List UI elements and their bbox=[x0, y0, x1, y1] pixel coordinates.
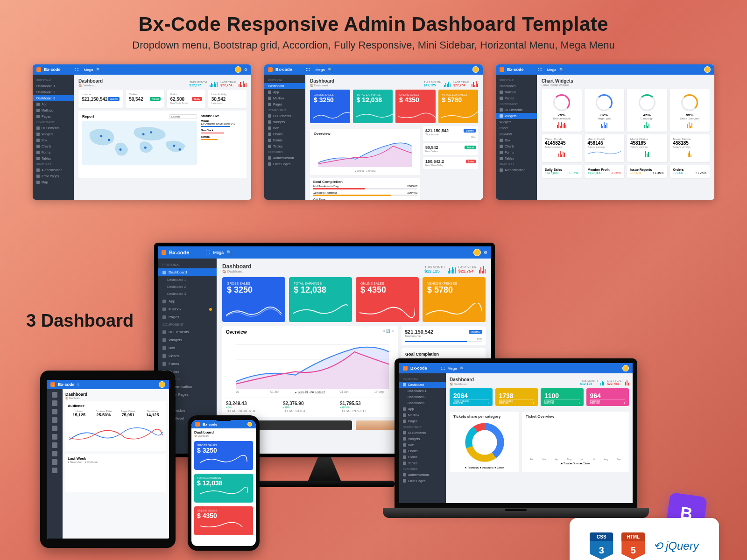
nav-ui[interactable]: UI Elements bbox=[158, 328, 217, 336]
nav-dashboard1[interactable]: Dashboard 1 bbox=[158, 276, 217, 283]
nav-dashboard[interactable]: Dashboard bbox=[158, 268, 217, 276]
avatar[interactable] bbox=[704, 66, 711, 73]
ticket-responded-card[interactable]: 1738RespondedMore info➔ bbox=[495, 388, 538, 406]
nav-tables[interactable]: Tables bbox=[33, 155, 74, 161]
ticket-pending-card[interactable]: 964PendingMore info➔ bbox=[586, 388, 629, 406]
nav-ui[interactable]: UI Elements bbox=[496, 107, 537, 113]
nav-dashboard3[interactable]: Dashboard 3 bbox=[399, 400, 446, 406]
nav-error[interactable]: Error Pages bbox=[33, 173, 74, 179]
avatar[interactable] bbox=[472, 66, 479, 73]
expand-icon[interactable]: ⛶ bbox=[441, 366, 445, 371]
nav-auth[interactable]: Authentication bbox=[33, 167, 74, 173]
nav-map[interactable]: Map bbox=[33, 179, 74, 185]
mega-menu[interactable]: Mega bbox=[316, 68, 325, 72]
mini-nav-icon[interactable] bbox=[52, 409, 57, 414]
nav-auth[interactable]: Authentication bbox=[496, 167, 537, 173]
nav-widgets[interactable]: Widgets bbox=[158, 336, 217, 344]
nav-forms[interactable]: Forms bbox=[264, 137, 305, 143]
mini-nav-icon[interactable] bbox=[52, 442, 57, 448]
nav-auth[interactable]: Authentication bbox=[264, 155, 305, 161]
expand-icon[interactable]: ⛶ bbox=[206, 250, 210, 255]
nav-dashboard3[interactable]: Dashboard 3 bbox=[33, 95, 74, 101]
mini-nav-icon[interactable] bbox=[52, 434, 57, 440]
settings-icon[interactable]: ⚙ bbox=[244, 68, 247, 72]
nav-charts[interactable]: Charts bbox=[33, 143, 74, 149]
nav-box[interactable]: Box bbox=[399, 442, 446, 448]
nav-dashboard1[interactable]: Dashboard 1 bbox=[33, 83, 74, 89]
menu-icon[interactable]: ≡ bbox=[78, 383, 80, 387]
search-icon[interactable]: 🔍 bbox=[328, 68, 332, 72]
ticket-resolve-card[interactable]: 1100ResolveMore info➔ bbox=[541, 388, 584, 406]
nav-dashboard[interactable]: Dashboard bbox=[496, 83, 537, 89]
mini-nav-icon[interactable] bbox=[52, 459, 57, 465]
nav-charts[interactable]: Charts bbox=[399, 448, 446, 454]
nav-app[interactable]: App bbox=[264, 89, 305, 95]
search-input[interactable] bbox=[169, 114, 197, 119]
settings-icon[interactable]: ⚙ bbox=[484, 250, 487, 255]
avatar[interactable] bbox=[235, 66, 241, 73]
mini-nav-icon[interactable] bbox=[52, 468, 57, 473]
nav-error[interactable]: Error Pages bbox=[399, 478, 446, 484]
nav-dashboard[interactable]: Dashboard bbox=[264, 83, 305, 89]
nav-box[interactable]: Box bbox=[158, 344, 217, 352]
nav-mailbox[interactable]: Mailbox bbox=[496, 89, 537, 95]
mini-nav-icon[interactable] bbox=[52, 417, 57, 423]
nav-dashboard2[interactable]: Dashboard 2 bbox=[158, 283, 217, 290]
nav-widgets[interactable]: Widgets bbox=[264, 119, 305, 125]
nav-box-sub[interactable]: Boxview bbox=[496, 131, 537, 137]
nav-app[interactable]: App bbox=[158, 297, 217, 305]
nav-mailbox[interactable]: Mailbox bbox=[33, 107, 74, 113]
nav-tables[interactable]: Tables bbox=[399, 460, 446, 466]
ticket-total-card[interactable]: 2064Total TicketsMore info➔ bbox=[450, 388, 493, 406]
search-icon[interactable]: 🔍 bbox=[96, 68, 101, 72]
nav-widgets-sub[interactable]: Widgets bbox=[496, 119, 537, 125]
avatar[interactable] bbox=[247, 422, 252, 427]
nav-pages[interactable]: Pages bbox=[33, 113, 74, 119]
avatar[interactable] bbox=[159, 381, 165, 388]
nav-ui[interactable]: UI Elements bbox=[264, 113, 305, 119]
nav-widgets[interactable]: Widgets bbox=[496, 113, 537, 119]
nav-pages[interactable]: Pages bbox=[158, 313, 217, 321]
nav-mailbox[interactable]: Mailbox bbox=[158, 305, 217, 313]
nav-forms[interactable]: Forms bbox=[33, 149, 74, 155]
avatar[interactable] bbox=[473, 249, 481, 256]
nav-forms[interactable]: Forms bbox=[158, 360, 217, 368]
nav-dashboard2[interactable]: Dashboard 2 bbox=[33, 89, 74, 95]
world-map[interactable] bbox=[82, 121, 197, 165]
nav-dashboard2[interactable]: Dashboard 2 bbox=[399, 394, 446, 400]
mini-nav-icon[interactable] bbox=[52, 392, 57, 398]
expand-icon[interactable]: ⛶ bbox=[75, 68, 78, 72]
expand-icon[interactable]: ⛶ bbox=[306, 68, 310, 72]
mini-nav-icon[interactable] bbox=[52, 400, 57, 406]
mini-nav-icon[interactable] bbox=[52, 426, 57, 431]
nav-pages[interactable]: Pages bbox=[264, 101, 305, 107]
nav-app[interactable]: App bbox=[399, 406, 446, 412]
nav-box[interactable]: Box bbox=[496, 137, 537, 143]
mini-nav-icon[interactable] bbox=[52, 451, 57, 456]
nav-app[interactable]: App bbox=[33, 101, 74, 107]
nav-mailbox[interactable]: Mailbox bbox=[264, 95, 305, 101]
mega-menu[interactable]: Mega bbox=[84, 68, 93, 72]
mega-menu[interactable]: Mega bbox=[448, 366, 457, 371]
nav-box[interactable]: Box bbox=[264, 125, 305, 131]
nav-pages[interactable]: Pages bbox=[399, 418, 446, 424]
nav-tables[interactable]: Tables bbox=[264, 143, 305, 149]
nav-auth[interactable]: Authentication bbox=[399, 472, 446, 478]
nav-forms[interactable]: Forms bbox=[496, 149, 537, 155]
nav-widgets[interactable]: Widgets bbox=[399, 436, 446, 442]
mega-menu[interactable]: Mega bbox=[547, 68, 557, 72]
nav-charts[interactable]: Charts bbox=[496, 143, 537, 149]
nav-mailbox[interactable]: Mailbox bbox=[399, 412, 446, 418]
search-icon[interactable]: 🔍 bbox=[460, 366, 465, 371]
nav-ui[interactable]: UI Elements bbox=[33, 125, 74, 131]
search-icon[interactable]: 🔍 bbox=[559, 68, 564, 72]
nav-error[interactable]: Error Pages bbox=[264, 161, 305, 167]
nav-dashboard[interactable]: Dashboard bbox=[399, 382, 446, 388]
nav-chart-sub[interactable]: Chart bbox=[496, 125, 537, 131]
nav-dashboard1[interactable]: Dashboard 1 bbox=[399, 388, 446, 394]
expand-icon[interactable]: ⛶ bbox=[538, 68, 542, 72]
nav-widgets[interactable]: Widgets bbox=[33, 131, 74, 137]
nav-tables[interactable]: Tables bbox=[496, 155, 537, 161]
nav-dashboard3[interactable]: Dashboard 3 bbox=[158, 290, 217, 297]
nav-box[interactable]: Box bbox=[33, 137, 74, 143]
